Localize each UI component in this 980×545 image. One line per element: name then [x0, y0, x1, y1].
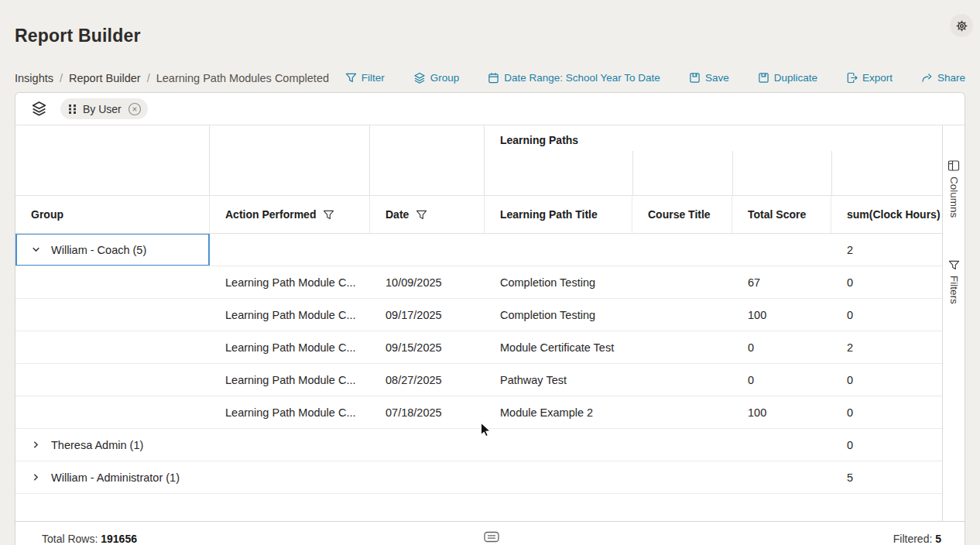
clock-hours-cell[interactable]: 0: [831, 396, 942, 428]
group-layers-icon: [31, 101, 47, 117]
date-cell[interactable]: 07/18/2025: [370, 396, 485, 428]
total-score-cell[interactable]: 0: [732, 364, 831, 396]
share-icon: [921, 72, 933, 84]
date-cell[interactable]: 10/09/2025: [370, 266, 485, 298]
filter-button[interactable]: Filter: [345, 72, 385, 84]
group-chip-by-user[interactable]: By User: [60, 98, 148, 119]
clock-hours-cell[interactable]: 2: [831, 331, 942, 363]
save-icon: [689, 72, 701, 84]
clock-hours-cell[interactable]: 0: [831, 299, 942, 331]
action-cell[interactable]: Learning Path Module C...: [210, 299, 370, 331]
grouping-bar: By User: [15, 93, 965, 125]
column-header-row: Group Action Performed Date Learning Pat…: [15, 196, 942, 234]
column-header-clock-hours[interactable]: sum(Clock Hours): [831, 196, 942, 233]
column-header-date[interactable]: Date: [370, 196, 485, 233]
save-button[interactable]: Save: [689, 72, 729, 84]
total-rows-value: 191656: [101, 533, 137, 545]
column-header-total-score[interactable]: Total Score: [732, 196, 831, 233]
export-button[interactable]: Export: [846, 72, 893, 84]
group-button[interactable]: Group: [413, 72, 460, 84]
clock-hours-cell[interactable]: 0: [831, 266, 942, 298]
data-row: Learning Path Module C... 09/15/2025 Mod…: [15, 331, 942, 364]
status-bar: Total Rows: 191656 Filtered: 5: [15, 521, 965, 545]
columns-icon: [947, 159, 960, 172]
side-panel-strip: Columns Filters: [942, 125, 965, 521]
grid-icon: [68, 104, 77, 115]
calendar-icon: [488, 72, 499, 84]
course-title-cell[interactable]: [632, 299, 732, 331]
close-icon[interactable]: [128, 102, 142, 116]
breadcrumb: Insights / Report Builder / Learning Pat…: [15, 72, 329, 84]
group-cell-william-coach[interactable]: William - Coach (5): [15, 234, 210, 266]
chevron-right-icon[interactable]: [31, 472, 41, 482]
gear-icon: [955, 19, 968, 33]
filter-funnel-icon[interactable]: [323, 209, 334, 221]
toolbar: Filter Group Date Range: School Year To …: [345, 72, 965, 84]
report-card: By User Learning Paths Group A: [15, 92, 965, 545]
chip-label: By User: [83, 103, 122, 115]
filter-icon: [345, 72, 357, 84]
path-title-cell[interactable]: Completion Testing: [485, 266, 632, 298]
clock-hours-cell[interactable]: 0: [831, 429, 942, 461]
nav-row: Insights / Report Builder / Learning Pat…: [15, 69, 965, 87]
chevron-down-icon[interactable]: [31, 245, 41, 255]
column-group-label: Learning Paths: [485, 125, 632, 146]
course-title-cell[interactable]: [632, 396, 732, 428]
action-cell[interactable]: Learning Path Module C...: [210, 364, 370, 396]
filter-funnel-icon[interactable]: [416, 209, 427, 221]
action-cell[interactable]: Learning Path Module C...: [210, 396, 370, 428]
path-title-cell[interactable]: Module Certificate Test: [485, 331, 632, 363]
action-cell[interactable]: Learning Path Module C...: [210, 331, 370, 363]
breadcrumb-report-builder[interactable]: Report Builder: [69, 72, 141, 84]
total-rows: Total Rows: 191656: [42, 533, 137, 545]
clock-hours-cell[interactable]: 2: [831, 234, 942, 266]
course-title-cell[interactable]: [632, 266, 732, 298]
column-header-course-title[interactable]: Course Title: [632, 196, 732, 233]
share-button[interactable]: Share: [921, 72, 965, 84]
duplicate-icon: [758, 72, 769, 84]
path-title-cell[interactable]: Pathway Test: [485, 364, 632, 396]
course-title-cell[interactable]: [632, 331, 732, 363]
course-title-cell[interactable]: [632, 364, 732, 396]
path-title-cell[interactable]: Module Example 2: [485, 396, 632, 428]
data-row: Learning Path Module C... 10/09/2025 Com…: [15, 266, 942, 299]
tab-columns[interactable]: Columns: [947, 159, 960, 218]
date-cell[interactable]: 09/15/2025: [370, 331, 485, 363]
clock-hours-cell[interactable]: 5: [831, 461, 942, 493]
data-grid: Learning Paths Group Action Performed Da…: [15, 125, 942, 521]
breadcrumb-separator: /: [147, 72, 150, 84]
group-row: William - Administrator (1) 5: [15, 461, 942, 494]
settings-button[interactable]: [950, 14, 973, 37]
layers-icon: [413, 72, 426, 84]
column-group-header-row: Learning Paths: [15, 125, 942, 196]
column-header-group[interactable]: Group: [15, 196, 210, 233]
filters-icon: [948, 259, 960, 271]
group-row: William - Coach (5) 2: [15, 234, 942, 266]
total-score-cell[interactable]: 67: [732, 266, 831, 298]
breadcrumb-current-report: Learning Path Modules Completed: [156, 72, 329, 84]
breadcrumb-separator: /: [60, 72, 63, 84]
clock-hours-cell[interactable]: 0: [831, 364, 942, 396]
chevron-right-icon[interactable]: [31, 440, 41, 450]
date-cell[interactable]: 09/17/2025: [370, 299, 485, 331]
date-range-button[interactable]: Date Range: School Year To Date: [488, 72, 660, 84]
date-cell[interactable]: 08/27/2025: [370, 364, 485, 396]
breadcrumb-insights[interactable]: Insights: [15, 72, 53, 84]
column-header-learning-path-title[interactable]: Learning Path Title: [485, 196, 632, 233]
duplicate-button[interactable]: Duplicate: [758, 72, 817, 84]
export-icon: [846, 72, 858, 84]
column-header-action-performed[interactable]: Action Performed: [210, 196, 370, 233]
total-score-cell[interactable]: 0: [732, 331, 831, 363]
data-row: Learning Path Module C... 07/18/2025 Mod…: [15, 396, 942, 429]
group-row: Theresa Admin (1) 0: [15, 429, 942, 461]
tab-filters[interactable]: Filters: [948, 259, 960, 304]
group-cell-william-administrator[interactable]: William - Administrator (1): [15, 461, 210, 493]
total-score-cell[interactable]: 100: [732, 396, 831, 428]
group-cell-theresa-admin[interactable]: Theresa Admin (1): [15, 429, 210, 461]
total-score-cell[interactable]: 100: [732, 299, 831, 331]
action-cell[interactable]: Learning Path Module C...: [210, 266, 370, 298]
page-title: Report Builder: [15, 26, 141, 46]
path-title-cell[interactable]: Completion Testing: [485, 299, 632, 331]
status-menu-button[interactable]: [484, 531, 499, 543]
data-row: Learning Path Module C... 08/27/2025 Pat…: [15, 364, 942, 396]
